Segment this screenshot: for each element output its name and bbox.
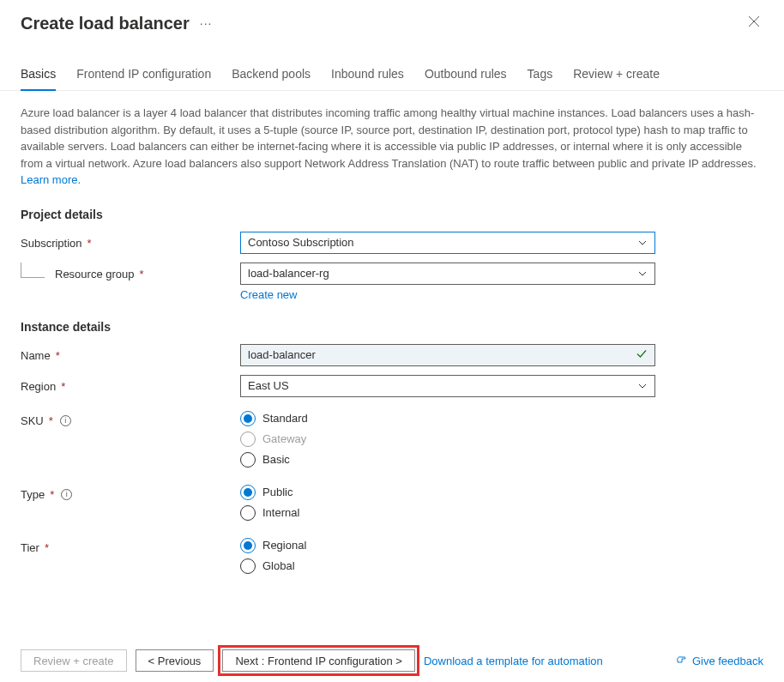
radio-label: Regional [262,539,306,552]
footer-right: Give feedback [676,654,763,667]
radio-label: Public [262,486,292,498]
header: Create load balancer ··· [0,0,784,43]
required-indicator: * [61,380,65,393]
tier-row: Tier* Regional Global [21,536,763,574]
sku-gateway-radio: Gateway [240,432,655,447]
info-icon[interactable]: i [61,489,72,500]
tab-tags[interactable]: Tags [528,67,553,90]
more-options-icon[interactable]: ··· [200,16,213,30]
radio-icon [240,538,256,553]
radio-label: Global [262,559,295,572]
project-details-heading: Project details [21,208,763,221]
chevron-down-icon [637,269,648,279]
tab-frontend-ip[interactable]: Frontend IP configuration [76,67,211,90]
subscription-label: Subscription* [21,232,240,250]
sku-radio-group: Standard Gateway Basic [240,409,655,468]
name-row: Name* load-balancer [21,344,763,366]
radio-label: Basic [262,453,290,466]
page-title: Create load balancer [21,14,190,33]
radio-icon [240,505,256,521]
download-template-link[interactable]: Download a template for automation [424,655,603,667]
type-radio-group: Public Internal [240,483,655,521]
tier-label: Tier* [21,536,240,554]
sku-label: SKU* i [21,409,240,427]
tree-indent-icon [21,263,45,278]
tab-outbound-rules[interactable]: Outbound rules [425,67,507,90]
learn-more-link[interactable]: Learn more. [21,173,81,186]
radio-icon [240,485,256,500]
tab-review-create[interactable]: Review + create [573,67,660,90]
region-row: Region* East US [21,375,763,397]
region-label: Region* [21,375,240,393]
required-indicator: * [140,268,144,281]
give-feedback-link[interactable]: Give feedback [676,654,763,667]
required-indicator: * [49,414,53,427]
resource-group-value: load-balancer-rg [248,267,329,280]
required-indicator: * [56,349,60,362]
subscription-select[interactable]: Contoso Subscription [240,232,655,254]
instance-details-heading: Instance details [21,320,763,334]
chevron-down-icon [637,381,648,391]
radio-icon [240,432,256,447]
type-internal-radio[interactable]: Internal [240,505,655,521]
type-public-radio[interactable]: Public [240,485,655,500]
review-create-button: Review + create [21,649,127,672]
radio-icon [240,558,256,574]
required-indicator: * [87,237,92,250]
subscription-value: Contoso Subscription [248,236,354,249]
tier-regional-radio[interactable]: Regional [240,538,655,553]
region-value: East US [248,379,289,392]
tab-inbound-rules[interactable]: Inbound rules [331,67,404,90]
required-indicator: * [45,541,49,554]
name-value: load-balancer [248,348,316,361]
tab-bar: Basics Frontend IP configuration Backend… [0,67,784,91]
sku-row: SKU* i Standard Gateway Basic [21,409,763,468]
feedback-icon [676,654,687,665]
subscription-row: Subscription* Contoso Subscription [21,232,763,254]
tab-basics[interactable]: Basics [21,67,56,91]
sku-basic-radio[interactable]: Basic [240,452,655,468]
tab-backend-pools[interactable]: Backend pools [232,67,311,90]
radio-label: Internal [262,506,299,519]
sku-standard-radio[interactable]: Standard [240,411,655,426]
radio-icon [240,452,256,468]
tier-global-radio[interactable]: Global [240,558,655,574]
feedback-label: Give feedback [692,655,763,667]
resource-group-row: Resource group* load-balancer-rg Create … [21,263,763,301]
footer: Review + create < Previous Next : Fronte… [0,639,784,682]
region-select[interactable]: East US [240,375,655,397]
type-row: Type* i Public Internal [21,483,763,521]
create-new-link[interactable]: Create new [240,288,297,301]
radio-icon [240,411,256,426]
radio-label: Standard [262,412,308,425]
next-button[interactable]: Next : Frontend IP configuration > [222,649,415,672]
resource-group-select[interactable]: load-balancer-rg [240,263,655,285]
close-icon[interactable] [745,12,763,34]
info-icon[interactable]: i [60,415,71,426]
name-label: Name* [21,344,240,362]
tier-radio-group: Regional Global [240,536,655,574]
description-text: Azure load balancer is a layer 4 load ba… [21,105,763,189]
type-label: Type* i [21,483,240,501]
name-input[interactable]: load-balancer [240,344,655,366]
chevron-down-icon [637,238,648,248]
checkmark-icon [636,347,648,362]
required-indicator: * [50,488,54,501]
content: Azure load balancer is a layer 4 load ba… [0,91,784,574]
radio-label: Gateway [262,432,306,445]
resource-group-label: Resource group* [21,263,240,281]
description-body: Azure load balancer is a layer 4 load ba… [21,106,757,170]
previous-button[interactable]: < Previous [136,649,214,672]
